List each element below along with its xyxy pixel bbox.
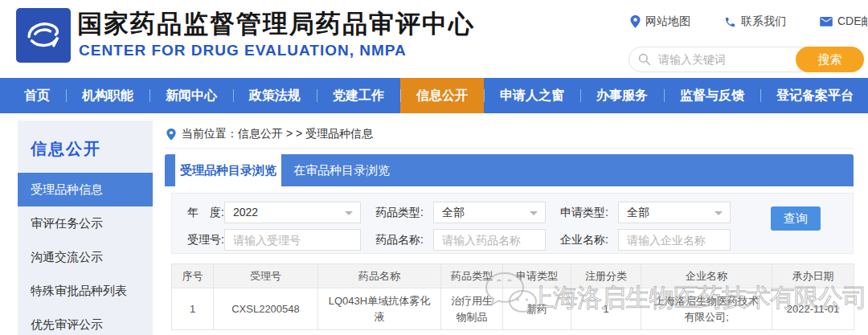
apply-type-label: 申请类型: bbox=[550, 202, 608, 223]
table-row: 1 CXSL2200548 LQ043H单域抗体雾化液 治疗用生物制品 新药 1… bbox=[172, 288, 854, 330]
search-icon bbox=[638, 53, 651, 66]
breadcrumb: 当前位置：信息公开 > > 受理品种信息 bbox=[165, 121, 854, 149]
col-header-reg-class: 注册分类 bbox=[571, 264, 641, 288]
cell-accept-no: CXSL2200548 bbox=[214, 288, 318, 330]
col-header-drug-type: 药品类型 bbox=[441, 264, 503, 288]
page-title: 国家药品监督管理局药品审评中心 bbox=[77, 7, 475, 41]
sidebar-item-priority-review[interactable]: 优先审评公示 bbox=[18, 308, 153, 335]
nav-item-functions[interactable]: 机构职能 bbox=[66, 78, 149, 113]
cell-no: 1 bbox=[172, 288, 214, 330]
tab-accepted-catalog[interactable]: 受理品种目录浏览 bbox=[175, 154, 281, 186]
contact-label: 联系我们 bbox=[741, 14, 786, 29]
sidebar-item-special-approval[interactable]: 特殊审批品种列表 bbox=[18, 274, 153, 308]
col-header-no: 序号 bbox=[172, 264, 214, 288]
filter-panel: 年 度: 2022 药品类型: 全部 申请类型: 全部 查询 受理号: 药品名称… bbox=[171, 193, 854, 254]
nav-item-policies[interactable]: 政策法规 bbox=[233, 78, 317, 113]
accept-no-label: 受理号: bbox=[180, 229, 224, 251]
col-header-accept-no: 受理号 bbox=[214, 264, 318, 288]
chevron-down-icon bbox=[530, 211, 538, 215]
nav-item-services[interactable]: 办事服务 bbox=[580, 78, 664, 113]
drug-type-select-value: 全部 bbox=[442, 206, 465, 219]
sidebar: 信息公开 受理品种信息 审评任务公示 沟通交流公示 特殊审批品种列表 优先审评公… bbox=[18, 121, 153, 335]
cell-date: 2022-11-01 bbox=[772, 288, 854, 330]
sidebar-item-review-tasks[interactable]: 审评任务公示 bbox=[18, 206, 153, 240]
sidebar-title: 信息公开 bbox=[18, 121, 153, 173]
mailbox-link[interactable]: CDE邮箱 bbox=[820, 14, 868, 29]
table-header-row: 序号 受理号 药品名称 药品类型 申请类型 注册分类 企业名称 承办日期 bbox=[172, 264, 854, 288]
year-select[interactable]: 2022 bbox=[224, 202, 361, 223]
sidebar-item-accepted-varieties[interactable]: 受理品种信息 bbox=[18, 173, 153, 206]
tab-bar: 受理品种目录浏览 在审品种目录浏览 bbox=[165, 154, 854, 186]
cde-logo bbox=[16, 8, 71, 63]
sitemap-label: 网站地图 bbox=[645, 14, 690, 29]
nav-item-applicant-window[interactable]: 申请人之窗 bbox=[484, 78, 580, 113]
contact-link[interactable]: 联系我们 bbox=[724, 14, 786, 29]
drug-name-label: 药品名称: bbox=[365, 229, 424, 251]
logo-swirl-icon bbox=[20, 12, 67, 59]
query-button[interactable]: 查询 bbox=[771, 206, 821, 231]
nav-item-party[interactable]: 党建工作 bbox=[317, 78, 400, 113]
drug-name-input[interactable] bbox=[433, 229, 546, 251]
year-label: 年 度: bbox=[180, 202, 224, 223]
col-header-company: 企业名称 bbox=[641, 264, 772, 288]
accept-no-input[interactable] bbox=[224, 229, 361, 251]
cell-drug-type: 治疗用生物制品 bbox=[441, 288, 503, 330]
apply-type-select-value: 全部 bbox=[627, 206, 649, 219]
mail-icon bbox=[820, 17, 833, 27]
nav-item-info-disclosure[interactable]: 信息公开 bbox=[400, 78, 484, 113]
col-header-apply-type: 申请类型 bbox=[503, 264, 571, 288]
company-name-label: 企业名称: bbox=[550, 229, 608, 251]
drug-type-select[interactable]: 全部 bbox=[433, 202, 546, 223]
nav-item-registration-platform[interactable]: 登记备案平台 bbox=[760, 78, 868, 113]
results-table: 序号 受理号 药品名称 药品类型 申请类型 注册分类 企业名称 承办日期 1 C… bbox=[171, 264, 854, 330]
year-select-value: 2022 bbox=[233, 206, 258, 219]
nav-item-supervision[interactable]: 监督与反馈 bbox=[664, 78, 760, 113]
header-links: 网站地图 联系我们 CDE邮箱 bbox=[630, 14, 868, 29]
search-bar: 搜索 bbox=[628, 47, 864, 72]
sidebar-item-communication[interactable]: 沟通交流公示 bbox=[18, 240, 153, 274]
location-pin-icon bbox=[166, 129, 176, 141]
cell-drug-name: LQ043H单域抗体雾化液 bbox=[318, 288, 441, 330]
page-subtitle: CENTER FOR DRUG EVALUATION, NMPA bbox=[79, 42, 407, 59]
drug-type-label: 药品类型: bbox=[365, 202, 424, 223]
chevron-down-icon bbox=[714, 211, 723, 215]
company-name-input[interactable] bbox=[618, 229, 731, 251]
phone-icon bbox=[724, 16, 736, 28]
apply-type-select[interactable]: 全部 bbox=[618, 202, 731, 223]
cell-apply-type: 新药 bbox=[503, 288, 571, 330]
sitemap-link[interactable]: 网站地图 bbox=[630, 14, 690, 29]
mailbox-label: CDE邮箱 bbox=[837, 14, 868, 29]
cell-company: 上海洛启生物医药技术有限公司; bbox=[641, 288, 772, 330]
col-header-drug-name: 药品名称 bbox=[318, 264, 441, 288]
nav-item-news[interactable]: 新闻中心 bbox=[149, 78, 233, 113]
main-nav: 首页 机构职能 新闻中心 政策法规 党建工作 信息公开 申请人之窗 办事服务 监… bbox=[0, 78, 868, 113]
tab-under-review-catalog[interactable]: 在审品种目录浏览 bbox=[281, 154, 402, 186]
chevron-down-icon bbox=[345, 211, 353, 215]
cell-reg-class: 1 bbox=[571, 288, 641, 330]
breadcrumb-text: 当前位置：信息公开 > > 受理品种信息 bbox=[182, 127, 373, 141]
nav-item-home[interactable]: 首页 bbox=[8, 78, 66, 113]
main-content: 当前位置：信息公开 > > 受理品种信息 受理品种目录浏览 在审品种目录浏览 年… bbox=[165, 121, 854, 335]
search-button[interactable]: 搜索 bbox=[796, 47, 864, 72]
map-pin-icon bbox=[630, 15, 641, 28]
page: 国家药品监督管理局药品审评中心 CENTER FOR DRUG EVALUATI… bbox=[0, 0, 868, 335]
col-header-date: 承办日期 bbox=[772, 264, 854, 288]
